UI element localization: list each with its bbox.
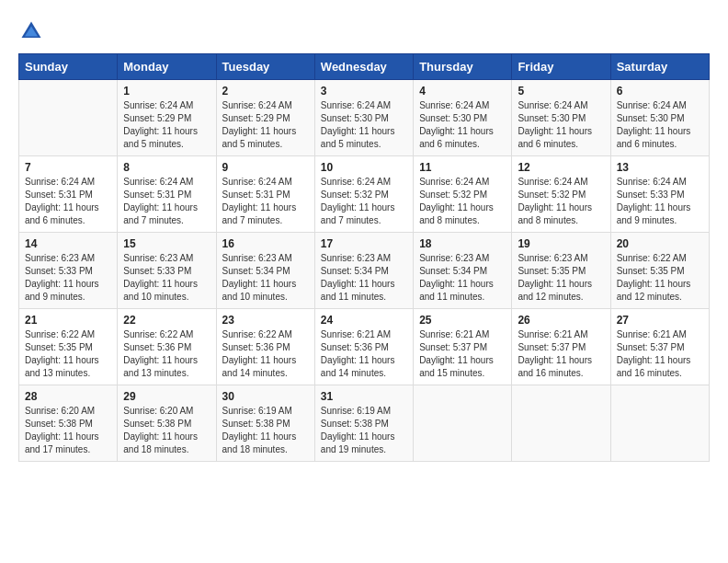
day-number: 28 [25, 390, 111, 403]
calendar-cell: 4Sunrise: 6:24 AMSunset: 5:30 PMDaylight… [414, 80, 512, 156]
calendar-cell: 25Sunrise: 6:21 AMSunset: 5:37 PMDayligh… [414, 309, 512, 385]
day-detail: Sunrise: 6:24 AMSunset: 5:32 PMDaylight:… [419, 176, 506, 227]
day-detail: Sunrise: 6:20 AMSunset: 5:38 PMDaylight:… [123, 405, 210, 456]
calendar-cell: 23Sunrise: 6:22 AMSunset: 5:36 PMDayligh… [216, 309, 314, 385]
day-detail: Sunrise: 6:23 AMSunset: 5:34 PMDaylight:… [419, 252, 506, 304]
calendar-cell: 21Sunrise: 6:22 AMSunset: 5:35 PMDayligh… [19, 309, 118, 385]
day-detail: Sunrise: 6:20 AMSunset: 5:38 PMDaylight:… [25, 405, 111, 456]
calendar-cell [610, 385, 709, 462]
day-number: 8 [123, 161, 210, 174]
logo [18, 18, 48, 44]
day-detail: Sunrise: 6:22 AMSunset: 5:35 PMDaylight:… [25, 328, 111, 380]
day-detail: Sunrise: 6:22 AMSunset: 5:36 PMDaylight:… [123, 328, 210, 380]
day-detail: Sunrise: 6:24 AMSunset: 5:30 PMDaylight:… [518, 99, 604, 151]
calendar-table: SundayMondayTuesdayWednesdayThursdayFrid… [18, 53, 710, 462]
day-number: 21 [25, 314, 111, 327]
calendar-cell: 17Sunrise: 6:23 AMSunset: 5:34 PMDayligh… [314, 233, 413, 309]
day-number: 14 [25, 237, 111, 250]
day-number: 20 [617, 237, 703, 250]
day-detail: Sunrise: 6:24 AMSunset: 5:29 PMDaylight:… [123, 99, 210, 151]
calendar-cell: 7Sunrise: 6:24 AMSunset: 5:31 PMDaylight… [19, 156, 118, 233]
day-number: 24 [321, 314, 407, 327]
day-detail: Sunrise: 6:21 AMSunset: 5:37 PMDaylight:… [518, 328, 604, 380]
day-number: 16 [222, 237, 309, 250]
day-number: 30 [222, 390, 309, 403]
day-detail: Sunrise: 6:24 AMSunset: 5:32 PMDaylight:… [518, 176, 604, 227]
day-number: 1 [123, 85, 210, 98]
day-number: 25 [419, 314, 506, 327]
calendar-cell: 16Sunrise: 6:23 AMSunset: 5:34 PMDayligh… [216, 233, 314, 309]
calendar-cell: 8Sunrise: 6:24 AMSunset: 5:31 PMDaylight… [118, 156, 216, 233]
day-detail: Sunrise: 6:24 AMSunset: 5:33 PMDaylight:… [617, 176, 703, 227]
day-detail: Sunrise: 6:23 AMSunset: 5:35 PMDaylight:… [518, 252, 604, 304]
day-detail: Sunrise: 6:24 AMSunset: 5:30 PMDaylight:… [419, 99, 506, 151]
day-number: 19 [518, 237, 604, 250]
day-number: 22 [123, 314, 210, 327]
day-detail: Sunrise: 6:24 AMSunset: 5:31 PMDaylight:… [25, 176, 111, 227]
day-number: 4 [419, 85, 506, 98]
day-detail: Sunrise: 6:22 AMSunset: 5:35 PMDaylight:… [617, 252, 703, 304]
day-detail: Sunrise: 6:24 AMSunset: 5:31 PMDaylight:… [222, 176, 309, 227]
day-number: 23 [222, 314, 309, 327]
day-number: 11 [419, 161, 506, 174]
day-detail: Sunrise: 6:24 AMSunset: 5:31 PMDaylight:… [123, 176, 210, 227]
calendar-cell: 18Sunrise: 6:23 AMSunset: 5:34 PMDayligh… [414, 233, 512, 309]
calendar-cell: 26Sunrise: 6:21 AMSunset: 5:37 PMDayligh… [512, 309, 610, 385]
day-number: 29 [123, 390, 210, 403]
page-header [18, 18, 710, 44]
calendar-cell [414, 385, 512, 462]
day-detail: Sunrise: 6:22 AMSunset: 5:36 PMDaylight:… [222, 328, 309, 380]
calendar-week: 7Sunrise: 6:24 AMSunset: 5:31 PMDaylight… [19, 156, 710, 233]
day-number: 31 [321, 390, 407, 403]
calendar-cell: 5Sunrise: 6:24 AMSunset: 5:30 PMDaylight… [512, 80, 610, 156]
logo-icon [18, 18, 44, 44]
day-detail: Sunrise: 6:24 AMSunset: 5:30 PMDaylight:… [321, 99, 407, 151]
day-detail: Sunrise: 6:21 AMSunset: 5:37 PMDaylight:… [617, 328, 703, 380]
day-detail: Sunrise: 6:19 AMSunset: 5:38 PMDaylight:… [321, 405, 407, 456]
calendar-week: 1Sunrise: 6:24 AMSunset: 5:29 PMDaylight… [19, 80, 710, 156]
day-number: 9 [222, 161, 309, 174]
calendar-cell: 15Sunrise: 6:23 AMSunset: 5:33 PMDayligh… [118, 233, 216, 309]
calendar-cell: 1Sunrise: 6:24 AMSunset: 5:29 PMDaylight… [118, 80, 216, 156]
calendar-cell: 14Sunrise: 6:23 AMSunset: 5:33 PMDayligh… [19, 233, 118, 309]
calendar-cell: 20Sunrise: 6:22 AMSunset: 5:35 PMDayligh… [610, 233, 709, 309]
day-number: 27 [617, 314, 703, 327]
day-number: 10 [321, 161, 407, 174]
calendar-week: 28Sunrise: 6:20 AMSunset: 5:38 PMDayligh… [19, 385, 710, 462]
day-detail: Sunrise: 6:24 AMSunset: 5:30 PMDaylight:… [617, 99, 703, 151]
calendar-cell: 12Sunrise: 6:24 AMSunset: 5:32 PMDayligh… [512, 156, 610, 233]
calendar-cell: 27Sunrise: 6:21 AMSunset: 5:37 PMDayligh… [610, 309, 709, 385]
day-detail: Sunrise: 6:19 AMSunset: 5:38 PMDaylight:… [222, 405, 309, 456]
calendar-cell: 3Sunrise: 6:24 AMSunset: 5:30 PMDaylight… [314, 80, 413, 156]
day-detail: Sunrise: 6:24 AMSunset: 5:32 PMDaylight:… [321, 176, 407, 227]
calendar-cell: 13Sunrise: 6:24 AMSunset: 5:33 PMDayligh… [610, 156, 709, 233]
day-number: 15 [123, 237, 210, 250]
calendar-cell: 29Sunrise: 6:20 AMSunset: 5:38 PMDayligh… [118, 385, 216, 462]
day-detail: Sunrise: 6:23 AMSunset: 5:34 PMDaylight:… [321, 252, 407, 304]
day-detail: Sunrise: 6:23 AMSunset: 5:33 PMDaylight:… [123, 252, 210, 304]
day-number: 6 [617, 85, 703, 98]
day-header: Monday [118, 54, 216, 80]
day-header: Saturday [610, 54, 709, 80]
calendar-cell: 6Sunrise: 6:24 AMSunset: 5:30 PMDaylight… [610, 80, 709, 156]
day-header: Wednesday [314, 54, 413, 80]
calendar-week: 14Sunrise: 6:23 AMSunset: 5:33 PMDayligh… [19, 233, 710, 309]
day-detail: Sunrise: 6:21 AMSunset: 5:37 PMDaylight:… [419, 328, 506, 380]
day-number: 2 [222, 85, 309, 98]
day-detail: Sunrise: 6:24 AMSunset: 5:29 PMDaylight:… [222, 99, 309, 151]
calendar-cell: 30Sunrise: 6:19 AMSunset: 5:38 PMDayligh… [216, 385, 314, 462]
day-number: 5 [518, 85, 604, 98]
day-detail: Sunrise: 6:21 AMSunset: 5:36 PMDaylight:… [321, 328, 407, 380]
calendar-cell: 24Sunrise: 6:21 AMSunset: 5:36 PMDayligh… [314, 309, 413, 385]
day-number: 12 [518, 161, 604, 174]
calendar-cell: 9Sunrise: 6:24 AMSunset: 5:31 PMDaylight… [216, 156, 314, 233]
calendar-cell: 10Sunrise: 6:24 AMSunset: 5:32 PMDayligh… [314, 156, 413, 233]
day-header: Sunday [19, 54, 118, 80]
day-detail: Sunrise: 6:23 AMSunset: 5:33 PMDaylight:… [25, 252, 111, 304]
calendar-cell: 19Sunrise: 6:23 AMSunset: 5:35 PMDayligh… [512, 233, 610, 309]
calendar-cell [19, 80, 118, 156]
day-detail: Sunrise: 6:23 AMSunset: 5:34 PMDaylight:… [222, 252, 309, 304]
day-header: Tuesday [216, 54, 314, 80]
calendar-cell: 28Sunrise: 6:20 AMSunset: 5:38 PMDayligh… [19, 385, 118, 462]
day-number: 3 [321, 85, 407, 98]
